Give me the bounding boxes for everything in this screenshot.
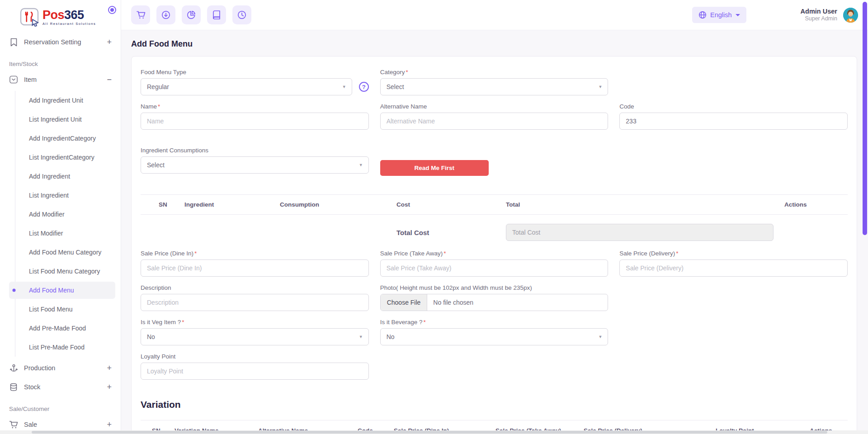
main-area: English Admin User Super Admin	[121, 0, 868, 434]
language-selector[interactable]: English	[692, 7, 746, 23]
topbar-tools	[131, 5, 251, 24]
col-consumption: Consumption	[280, 201, 396, 208]
label-text: Is it Veg Item ?	[141, 319, 181, 326]
sidebar-item-list-ingredient[interactable]: List Ingredient	[15, 186, 121, 205]
sidebar-group-production[interactable]: Production +	[0, 359, 121, 377]
code-field[interactable]	[619, 113, 848, 130]
loyalty-point-label: Loyalty Point	[141, 353, 369, 360]
horizontal-scrollbar-thumb[interactable]	[32, 431, 827, 434]
selected-value: No	[387, 333, 395, 340]
description-label: Description	[141, 284, 369, 291]
user-name: Admin User	[801, 7, 837, 15]
ingredient-consumptions-label: Ingredient Consumptions	[141, 147, 369, 154]
label-text: Category	[380, 69, 405, 75]
sidebar-item-reservation-setting[interactable]: Reservation Setting +	[0, 33, 121, 52]
sale-price-take-away-field[interactable]	[380, 259, 609, 277]
sidebar-item-add-food-menu-category[interactable]: Add Food Menu Category	[15, 243, 121, 262]
category-select[interactable]: Select ▼	[380, 78, 609, 95]
sidebar-item-add-pre-made-food[interactable]: Add Pre-Made Food	[15, 319, 121, 338]
sidebar-item-label: Add Pre-Made Food	[29, 325, 86, 332]
pie-chart-icon[interactable]	[182, 5, 201, 24]
brand-text: Pos365 All Restaurant Solutions	[42, 9, 96, 26]
horizontal-scrollbar-track[interactable]	[0, 430, 868, 434]
avatar[interactable]	[843, 8, 858, 23]
ingredient-consumptions-select[interactable]: Select ▼	[141, 156, 369, 174]
toggle-dot	[110, 8, 114, 12]
file-chosen-status: No file chosen	[427, 294, 479, 311]
sidebar-item-list-modifier[interactable]: List Modifier	[15, 224, 121, 243]
sidebar-item-list-food-menu[interactable]: List Food Menu	[15, 300, 121, 319]
sidebar-item-list-ingredient-unit[interactable]: List Ingredient Unit	[15, 110, 121, 129]
chevron-box-icon	[9, 75, 18, 84]
globe-icon	[698, 11, 707, 19]
description-field[interactable]	[141, 294, 369, 311]
sale-price-take-away-label: Sale Price (Take Away)*	[380, 250, 609, 257]
help-icon[interactable]: ?	[359, 82, 369, 92]
brand-tagline: All Restaurant Solutions	[42, 22, 96, 26]
expand-plus-icon[interactable]: +	[107, 38, 112, 46]
sidebar-item-add-ingredient-unit[interactable]: Add Ingredient Unit	[15, 91, 121, 110]
sidebar-item-label: List Ingredient Unit	[29, 116, 82, 123]
sidebar-section-item-stock: Item/Stock	[0, 52, 121, 70]
sidebar-item-label: List Pre-Made Food	[29, 344, 85, 351]
sale-price-delivery-field[interactable]	[619, 259, 848, 277]
required-mark: *	[194, 250, 197, 257]
sidebar-item-list-ingredientcategory[interactable]: List IngredientCategory	[15, 148, 121, 167]
loyalty-point-field[interactable]	[141, 363, 369, 380]
sidebar-group-label: Item	[24, 76, 107, 83]
sidebar-item-label: List Food Menu Category	[29, 268, 100, 275]
food-menu-type-select[interactable]: Regular ▼	[141, 78, 352, 95]
required-mark: *	[406, 69, 408, 75]
expand-plus-icon[interactable]: +	[107, 383, 112, 391]
sidebar-collapse-toggle-icon[interactable]	[108, 6, 116, 14]
download-circle-icon[interactable]	[156, 5, 175, 24]
expand-plus-icon[interactable]: +	[107, 364, 112, 372]
vertical-scrollbar-thumb[interactable]	[863, 2, 867, 235]
is-veg-select[interactable]: No ▼	[141, 328, 369, 345]
sale-price-dine-in-label: Sale Price (Dine In)*	[141, 250, 369, 257]
clock-icon[interactable]	[232, 5, 251, 24]
cart-icon	[9, 420, 18, 429]
sidebar-item-list-pre-made-food[interactable]: List Pre-Made Food	[15, 338, 121, 357]
content-area: Add Food Menu Food Menu Type Regular ▼ ?	[121, 30, 868, 434]
active-dot-icon	[13, 289, 16, 292]
collapse-minus-icon[interactable]: −	[107, 75, 112, 84]
sidebar-item-add-food-menu[interactable]: Add Food Menu	[15, 281, 121, 300]
photo-file-input[interactable]: Choose File No file chosen	[380, 294, 609, 311]
expand-plus-icon[interactable]: +	[107, 420, 112, 429]
alternative-name-label: Alternative Name	[380, 103, 609, 110]
is-beverage-select[interactable]: No ▼	[380, 328, 609, 345]
database-icon	[9, 382, 18, 392]
food-menu-type-label: Food Menu Type	[141, 69, 369, 75]
sidebar-group-label: Sale	[24, 421, 107, 428]
required-mark: *	[423, 319, 425, 326]
sidebar-item-add-modifier[interactable]: Add Modifier	[15, 205, 121, 224]
sidebar-item-label: Reservation Setting	[24, 38, 107, 46]
sidebar: Pos365 All Restaurant Solutions Reservat…	[0, 0, 121, 434]
selected-value: Select	[387, 83, 404, 90]
total-cost-row: Total Cost	[141, 215, 848, 250]
sidebar-group-stock[interactable]: Stock +	[0, 377, 121, 396]
book-icon[interactable]	[207, 5, 226, 24]
sidebar-section-sale-customer: Sale/Customer	[0, 396, 121, 415]
sidebar-item-add-ingredient[interactable]: Add Ingredient	[15, 167, 121, 186]
sale-price-dine-in-field[interactable]	[141, 259, 369, 277]
name-label: Name*	[141, 103, 369, 110]
alternative-name-field[interactable]	[380, 113, 609, 130]
name-field[interactable]	[141, 113, 369, 130]
choose-file-button[interactable]: Choose File	[381, 294, 428, 311]
sidebar-item-add-ingredientcategory[interactable]: Add IngredientCategory	[15, 129, 121, 148]
add-food-menu-form-card: Food Menu Type Regular ▼ ? Category*	[131, 56, 857, 434]
variation-title: Variation	[141, 399, 848, 410]
dropdown-caret-icon: ▼	[359, 335, 363, 339]
sidebar-item-label: Add Modifier	[29, 211, 65, 218]
required-mark: *	[676, 250, 678, 257]
brand-logo[interactable]: Pos365 All Restaurant Solutions	[0, 0, 121, 33]
chevron-down-icon	[736, 14, 740, 16]
cart-icon[interactable]	[131, 5, 150, 24]
sidebar-group-item[interactable]: Item −	[0, 70, 121, 89]
sidebar-item-list-food-menu-category[interactable]: List Food Menu Category	[15, 262, 121, 281]
read-me-first-button[interactable]: Read Me First	[380, 160, 489, 176]
label-text: Name	[141, 103, 157, 110]
sidebar-item-label: Add Food Menu	[29, 287, 74, 294]
